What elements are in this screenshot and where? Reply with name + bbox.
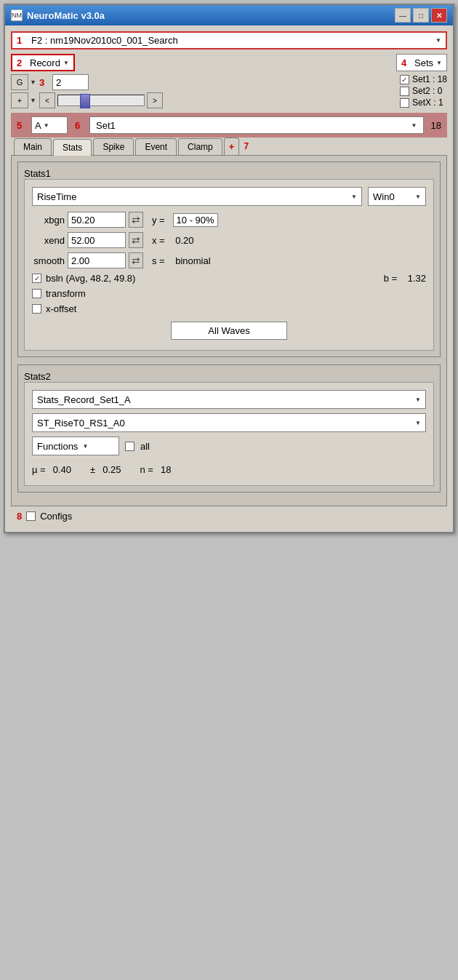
pink-row: 5 A ▼ 6 Set1 ▼ 18	[11, 113, 447, 138]
all-label: all	[140, 441, 150, 452]
set2-checkbox[interactable]	[400, 87, 409, 96]
mu-value: 0.40	[53, 464, 71, 475]
set2-item: Set2 : 0	[400, 86, 447, 96]
record-number-input[interactable]: 2	[52, 74, 89, 90]
stats2-dropdown1[interactable]: Stats_Record_Set1_A ▼	[32, 390, 426, 409]
stats1-box: Stats1 RiseTime ▼ Win0 ▼	[17, 162, 441, 357]
row5-number: 5	[17, 120, 27, 131]
function-arrow: ▼	[351, 194, 357, 200]
tab-clamp[interactable]: Clamp	[178, 138, 222, 155]
record-label: Record	[30, 57, 60, 68]
xend-spin[interactable]: ⇄	[129, 232, 143, 248]
sets-label: Sets	[414, 57, 433, 68]
slider-area: < >	[39, 92, 163, 108]
a-dropdown[interactable]: A ▼	[31, 116, 68, 134]
xend-input[interactable]: 52.00	[68, 232, 126, 248]
set1-checkbox[interactable]	[400, 75, 409, 84]
s-value-display: s = binomial	[152, 255, 211, 266]
n-value: 18	[161, 464, 171, 475]
n-label: n =	[140, 464, 153, 475]
row7-number: 7	[244, 141, 249, 151]
configs-checkbox[interactable]	[26, 511, 36, 521]
a-label: A	[35, 120, 41, 131]
g-arrow[interactable]: ▼	[30, 79, 36, 86]
xbgn-spin[interactable]: ⇄	[129, 212, 143, 228]
minimize-button[interactable]: —	[395, 8, 411, 23]
all-checkbox[interactable]	[125, 442, 134, 451]
xoffset-checkbox[interactable]	[32, 304, 41, 314]
stats2-dropdown1-arrow: ▼	[415, 397, 421, 403]
y-label: y = 10 - 90%	[152, 215, 218, 226]
b-value-display: b = 1.32	[384, 273, 426, 284]
smooth-row: smooth 2.00 ⇄ s = binomial	[32, 252, 426, 268]
transform-checkbox[interactable]	[32, 289, 41, 298]
controls-row: 2 Record ▼ 4 Sets ▼	[11, 54, 447, 71]
plus-button[interactable]: +	[11, 92, 28, 108]
functions-label: Functions	[37, 441, 78, 452]
record-dropdown-arrow[interactable]: ▼	[63, 60, 69, 66]
set1-pink-dropdown[interactable]: Set1 ▼	[89, 116, 424, 134]
nav-left-button[interactable]: <	[39, 92, 55, 108]
set1-item: Set1 : 18	[400, 74, 447, 84]
file-value: F2 : nm19Nov2010c0_001_Search	[31, 35, 178, 46]
smooth-spin[interactable]: ⇄	[129, 252, 143, 268]
slider-track[interactable]	[57, 95, 145, 106]
mu-row: µ = 0.40 ± 0.25 n = 18	[32, 461, 426, 478]
smooth-label: smooth	[32, 255, 65, 266]
function-dropdown[interactable]: RiseTime ▼	[32, 187, 362, 206]
xoffset-label: x-offset	[46, 303, 76, 314]
panel: Stats1 RiseTime ▼ Win0 ▼	[11, 156, 447, 506]
sets-dropdown-arrow[interactable]: ▼	[436, 60, 442, 66]
setx-checkbox[interactable]	[400, 98, 409, 108]
function-value: RiseTime	[37, 191, 76, 202]
file-dropdown-arrow: ▼	[435, 37, 441, 44]
setx-label: SetX : 1	[412, 97, 443, 108]
set2-label: Set2 : 0	[412, 86, 442, 96]
slider-thumb[interactable]	[80, 94, 90, 108]
functions-dropdown[interactable]: Functions ▼	[32, 437, 119, 455]
smooth-input[interactable]: 2.00	[68, 252, 126, 268]
pm-value: 0.25	[103, 464, 121, 475]
set1-pink-arrow: ▼	[411, 122, 417, 129]
row8-number: 8	[17, 511, 22, 522]
tab-plus[interactable]: +	[224, 138, 240, 155]
plus-arrow[interactable]: ▼	[30, 97, 36, 104]
set1-label: Set1 : 18	[412, 74, 447, 84]
app-icon: NM	[11, 9, 23, 21]
bsln-checkbox[interactable]	[32, 274, 41, 283]
xend-row: xend 52.00 ⇄ x = 0.20	[32, 232, 426, 248]
win-value: Win0	[373, 191, 395, 202]
y-value: 10 - 90%	[173, 213, 218, 227]
tab-stats[interactable]: Stats	[53, 139, 92, 156]
tab-main[interactable]: Main	[14, 138, 52, 155]
xoffset-row: x-offset	[32, 303, 426, 314]
configs-label: Configs	[40, 511, 72, 522]
stats2-dropdown2[interactable]: ST_RiseT0_RS1_A0 ▼	[32, 413, 426, 432]
title-bar-left: NM NeuroMatic v3.0a	[11, 9, 105, 21]
a-arrow: ▼	[44, 122, 49, 129]
bsln-row: bsln (Avg, 48.2, 49.8) b = 1.32	[32, 273, 426, 284]
stats2-title: Stats2	[24, 371, 51, 382]
xbgn-label: xbgn	[32, 215, 65, 226]
tab-spike[interactable]: Spike	[93, 138, 134, 155]
file-dropdown[interactable]: F2 : nm19Nov2010c0_001_Search ▼	[31, 35, 441, 46]
g-button[interactable]: G	[11, 74, 28, 90]
function-win-row: RiseTime ▼ Win0 ▼	[32, 187, 426, 206]
stats1-inner: RiseTime ▼ Win0 ▼ xbgn 50.20 ⇄	[24, 179, 434, 351]
window-title: NeuroMatic v3.0a	[27, 10, 105, 21]
row6-number: 6	[75, 120, 85, 131]
all-waves-button[interactable]: All Waves	[171, 322, 287, 340]
win-dropdown[interactable]: Win0 ▼	[368, 187, 426, 206]
row4-number: 4	[401, 57, 411, 68]
nav-right-button[interactable]: >	[147, 92, 163, 108]
tab-event[interactable]: Event	[135, 138, 177, 155]
close-button[interactable]: ✕	[431, 8, 447, 23]
stats1-title: Stats1	[24, 168, 51, 179]
stats2-dropdown1-value: Stats_Record_Set1_A	[37, 394, 131, 405]
functions-row: Functions ▼ all	[32, 437, 426, 455]
restore-button[interactable]: □	[413, 8, 429, 23]
stats2-dropdown2-value: ST_RiseT0_RS1_A0	[37, 418, 125, 429]
xbgn-input[interactable]: 50.20	[68, 212, 126, 228]
main-window: NM NeuroMatic v3.0a — □ ✕ 1 F2 : nm19Nov…	[4, 4, 454, 533]
stats2-box: Stats2 Stats_Record_Set1_A ▼ ST_RiseT0_R…	[17, 364, 441, 493]
